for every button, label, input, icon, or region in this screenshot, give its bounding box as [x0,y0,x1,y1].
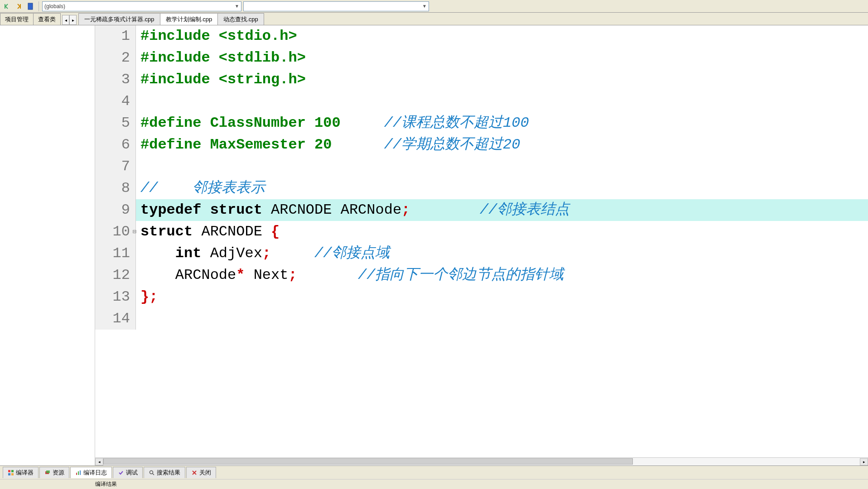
line-number: 9 [95,199,136,221]
code-text[interactable]: int AdjVex; //邻接点域 [136,243,868,264]
code-area[interactable]: 1#include <stdio.h>2#include <stdlib.h>3… [95,25,868,457]
line-number: 3 [95,69,136,91]
grid-icon [8,470,14,476]
tab-project-manager[interactable]: 项目管理 [0,13,34,25]
line-number: 13 [95,286,136,308]
btab-label: 编译器 [16,469,34,477]
code-text[interactable]: #include <string.h> [136,69,868,91]
svg-line-13 [153,474,154,475]
btab-debug[interactable]: 调试 [113,467,143,478]
btab-search-results[interactable]: 搜索结果 [144,467,185,478]
btab-label: 搜索结果 [157,469,180,477]
scroll-thumb[interactable] [103,458,633,465]
symbols-combo[interactable]: ▼ [243,1,429,11]
tab-label: 查看类 [38,15,56,24]
line-number: 6 [95,134,136,156]
code-text[interactable]: // 邻接表表示 [136,177,868,199]
tab-next-button[interactable]: ▸ [69,15,77,25]
code-line[interactable]: 2#include <stdlib.h> [95,47,868,69]
svg-rect-5 [8,473,10,475]
line-number: 12 [95,264,136,286]
file-tab[interactable]: 动态查找.cpp [217,13,264,25]
line-number: 4 [95,91,136,112]
svg-rect-10 [78,471,79,475]
btab-compile-log[interactable]: 编译日志 [70,467,112,478]
file-tab[interactable]: 一元稀疏多项式计算器.cpp [78,13,160,25]
code-line[interactable]: 12 ARCNode* Next; //指向下一个邻边节点的指针域 [95,264,868,286]
bottom-tab-strip: 编译器 资源 编译日志 调试 搜索结果 关闭 [0,465,868,479]
status-bar: 编译结果 [0,479,868,489]
code-line[interactable]: 9typedef struct ARCNODE ARCNode; //邻接表结点 [95,199,868,221]
btab-close[interactable]: 关闭 [186,467,216,478]
code-text[interactable]: struct ARCNODE { [136,221,868,243]
tab-strip: 项目管理 查看类 ◂ ▸ 一元稀疏多项式计算器.cpp教学计划编制.cpp动态查… [0,13,868,25]
code-text[interactable]: ARCNode* Next; //指向下一个邻边节点的指针域 [136,264,868,286]
project-panel [0,25,95,465]
line-number: 11 [95,243,136,264]
forward-icon[interactable] [14,1,24,11]
chevron-down-icon: ▼ [235,4,239,9]
tab-prev-button[interactable]: ◂ [62,15,69,25]
search-icon [149,470,155,476]
close-icon [191,470,198,476]
code-text[interactable]: #define ClassNumber 100 //课程总数不超过100 [136,112,868,134]
chevron-down-icon: ▼ [422,4,427,9]
svg-rect-6 [11,473,14,475]
line-number: 7 [95,156,136,177]
file-tab[interactable]: 教学计划编制.cpp [160,13,218,25]
tab-label: 项目管理 [5,15,29,24]
code-line[interactable]: 11 int AdjVex; //邻接点域 [95,243,868,264]
code-line[interactable]: 5#define ClassNumber 100 //课程总数不超过100 [95,112,868,134]
top-toolbar: (globals) ▼ ▼ [0,0,868,13]
code-text[interactable] [136,91,868,112]
globals-combo[interactable]: (globals) ▼ [42,1,241,11]
btab-label: 资源 [53,469,64,477]
code-line[interactable]: 13}; [95,286,868,308]
code-text[interactable] [136,308,868,330]
code-line[interactable]: 4 [95,91,868,112]
globals-combo-text: (globals) [44,3,65,10]
code-text[interactable]: typedef struct ARCNODE ARCNode; //邻接表结点 [136,199,868,221]
bookmark-icon[interactable] [25,1,35,11]
svg-rect-3 [8,470,10,472]
scroll-track[interactable] [103,458,860,465]
tab-class-view[interactable]: 查看类 [33,13,61,25]
back-icon[interactable] [2,1,12,11]
status-text: 编译结果 [95,480,117,488]
code-line[interactable]: 1#include <stdio.h> [95,25,868,47]
line-number: 5 [95,112,136,134]
scroll-right-button[interactable]: ▸ [860,458,868,465]
code-text[interactable] [136,156,868,177]
scroll-left-button[interactable]: ◂ [95,458,103,465]
code-line[interactable]: 14 [95,308,868,330]
svg-rect-4 [11,470,14,472]
code-text[interactable]: #include <stdio.h> [136,25,868,47]
btab-compiler[interactable]: 编译器 [3,467,39,478]
line-number: 14 [95,308,136,330]
chart-icon [75,470,82,476]
line-number: 10⊟ [95,221,136,243]
svg-rect-9 [76,473,77,475]
btab-resources[interactable]: 资源 [39,467,69,478]
btab-label: 编译日志 [83,469,107,477]
code-line[interactable]: 8// 邻接表表示 [95,177,868,199]
btab-label: 调试 [126,469,138,477]
fold-toggle-icon[interactable]: ⊟ [133,221,136,243]
code-line[interactable]: 3#include <string.h> [95,69,868,91]
code-editor[interactable]: 1#include <stdio.h>2#include <stdlib.h>3… [95,25,868,465]
line-number: 2 [95,47,136,69]
code-line[interactable]: 7 [95,156,868,177]
svg-rect-11 [80,470,81,475]
code-text[interactable]: #include <stdlib.h> [136,47,868,69]
code-text[interactable]: }; [136,286,868,308]
code-text[interactable]: #define MaxSemester 20 //学期总数不超过20 [136,134,868,156]
svg-rect-1 [20,4,21,9]
line-number: 1 [95,25,136,47]
svg-rect-8 [46,470,50,473]
layers-icon [44,470,51,476]
check-icon [118,470,124,476]
horizontal-scrollbar[interactable]: ◂ ▸ [95,457,868,465]
code-line[interactable]: 10⊟struct ARCNODE { [95,221,868,243]
file-tab-label: 一元稀疏多项式计算器.cpp [84,15,154,24]
code-line[interactable]: 6#define MaxSemester 20 //学期总数不超过20 [95,134,868,156]
